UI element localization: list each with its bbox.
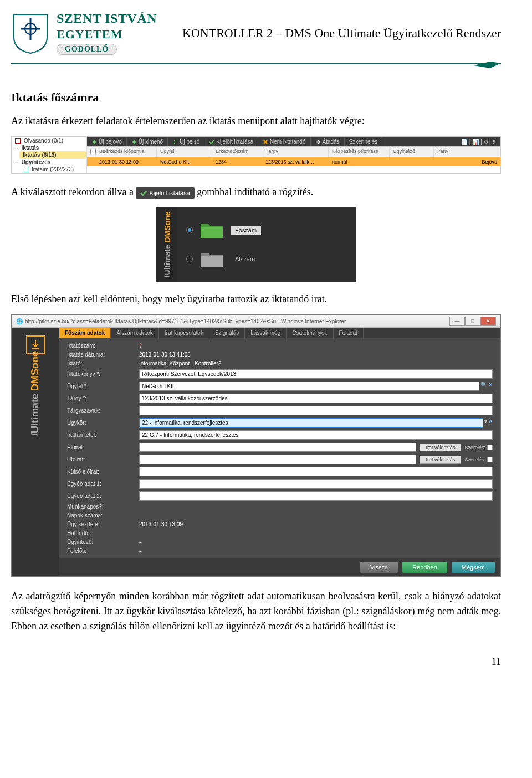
col-irany[interactable]: Irány [434,147,500,157]
option-foszam[interactable]: Főszám [186,221,347,240]
toolbar-kijelolt-iktatasa[interactable]: Kijelölt iktatása [204,137,258,146]
label-foszam: Főszám [231,226,261,235]
doc-icon [23,167,28,172]
clear-icon[interactable]: ✕ [488,382,493,391]
col-ugyfel[interactable]: Ügyfél [157,147,212,157]
input-kulso-eloirat[interactable] [139,467,493,476]
page-header: SZENT ISTVÁN EGYETEM GÖDÖLLŐ KONTROLLER … [11,11,501,55]
btn-vissza[interactable]: Vissza [360,562,398,573]
tab-csatolmanyok[interactable]: Csatolmányok [287,328,333,338]
input-ugykor[interactable] [139,418,483,428]
toolbar-atadas[interactable]: Átadás [311,137,345,146]
lbl-iktatoszam: Iktatószám: [67,343,134,349]
label-alszam: Alszám [231,255,259,263]
toolbar-nem-iktatando[interactable]: Nem iktatandó [258,137,310,146]
maximize-button[interactable]: □ [465,317,480,326]
input-eloirat[interactable] [139,443,416,452]
folder-gray-icon [200,250,224,268]
input-targy[interactable] [139,394,493,403]
btn-eloirat-valasztas[interactable]: Irat választás [420,444,461,451]
lbl-munkanapos: Munkanapos?: [67,504,134,510]
lbl-adat2: Egyéb adat 2: [67,493,134,499]
input-irattari[interactable] [139,430,493,440]
paragraph-1: Az iktatásra érkezett feladatok értelems… [11,114,501,129]
university-location: GÖDÖLLŐ [57,44,117,55]
sidebar-tree: Olvasandó (0/1) – Iktatás Iktatás (6/13)… [12,137,87,173]
val-ugyintezo: - [139,539,493,545]
input-targyszavak[interactable] [139,406,493,415]
close-button[interactable]: ✕ [480,317,496,326]
svg-marker-4 [474,62,501,68]
lbl-adat1: Egyéb adat 1: [67,481,134,487]
tab-alszam-adatok[interactable]: Alszám adatok [111,328,159,338]
input-utoirat[interactable] [139,455,416,464]
lbl-targyszavak: Tárgyszavak: [67,408,134,414]
val-datum: 2013-01-30 13:41:08 [139,352,493,358]
toolbar: Új bejövő Új kimenő Új belső Kijelölt ik… [87,137,500,146]
document-title: KONTROLLER 2 – DMS One Ultimate Ügyiratk… [163,26,501,40]
page-number: 11 [11,656,501,668]
dropdown-icon[interactable]: ▾ [484,418,487,428]
screenshot-foszam-alszam-choice: /Ultimate DMSone Főszám Alszám [156,207,356,282]
col-ugyintezo[interactable]: Ügyintéző [390,147,434,157]
toolbar-szkenneles[interactable]: Szkennelés [345,137,383,146]
clear-icon[interactable]: ✕ [488,418,493,428]
col-kezbesites[interactable]: Kézbesítés prioritása [329,147,390,157]
input-adat1[interactable] [139,479,493,489]
table-row-selected[interactable]: 2013-01-30 13:09 NetGo.hu Kft. 1284 123/… [87,157,500,166]
option-alszam[interactable]: Alszám [186,250,347,268]
toolbar-uj-kimeno[interactable]: Új kimenő [127,137,168,146]
screenshot-foszam-form: 🌐 http://pilot.szie.hu/?class=Feladatok.… [11,314,501,577]
paragraph-2: A kiválasztott rekordon állva a Kijelölt… [11,185,501,200]
paragraph-3: Első lépésben azt kell eldönteni, hogy m… [11,292,501,307]
sidebar-item-ugyintezes[interactable]: – Ügyintézés [12,159,86,166]
lbl-utoirat: Utóirat: [67,456,134,462]
form-tabs: Főszám adatok Alszám adatok Irat kapcsol… [59,328,500,338]
browser-titlebar: 🌐 http://pilot.szie.hu/?class=Feladatok.… [12,315,500,328]
lbl-iktato: Iktató: [67,360,134,367]
col-targy[interactable]: Tárgy [262,147,329,157]
chk-utoirat-szereles[interactable]: Szerelés: [464,457,493,462]
folder-green-icon [200,221,224,240]
lbl-felelos: Felelős: [67,548,134,554]
val-felelos: - [139,548,493,554]
toolbar-uj-belso[interactable]: Új belső [168,137,204,146]
toolbar-extra-icons[interactable]: 📄 | 📊 | ⟲ | a [457,137,500,146]
lbl-ugykor: Ügykör: [67,420,134,426]
col-erkeztetoszam[interactable]: Érkeztetőszám [212,147,262,157]
radio-foszam[interactable] [186,227,193,233]
btn-megsem[interactable]: Mégsem [452,562,495,573]
search-icon[interactable]: 🔍 [480,382,487,391]
lbl-datum: Iktatás dátuma: [67,352,134,358]
header-rule [11,62,501,68]
toolbar-uj-bejovo[interactable]: Új bejövő [87,137,127,146]
screenshot-list-toolbar: Olvasandó (0/1) – Iktatás Iktatás (6/13)… [11,136,501,174]
lbl-ugyintezo: Ügyintéző: [67,539,134,545]
input-iktatokonyv[interactable] [139,369,493,379]
sidebar-item-irataim[interactable]: Irataim (232/273) [19,166,86,173]
tab-foszam-adatok[interactable]: Főszám adatok [59,328,111,338]
table-header: Beérkezés időpontja Ügyfél Érkeztetőszám… [87,146,500,157]
btn-utoirat-valasztas[interactable]: Irat választás [420,456,461,464]
minimize-button[interactable]: — [449,317,465,326]
section-heading: Iktatás főszámra [11,90,501,105]
lbl-kulso-eloirat: Külső előirat: [67,469,134,475]
btn-rendben[interactable]: Rendben [402,562,447,573]
sidebar-item-olvasando[interactable]: Olvasandó (0/1) [12,137,86,144]
radio-alszam[interactable] [186,256,193,262]
chk-eloirat-szereles[interactable]: Szerelés: [464,445,493,450]
lbl-irattari: Irattári tétel: [67,432,134,438]
tab-szignalas[interactable]: Szignálás [209,328,245,338]
university-crest-icon [11,12,50,54]
sidebar-item-iktatas-parent[interactable]: – Iktatás [12,144,86,151]
tab-feladat[interactable]: Feladat [334,328,364,338]
tab-lassak-meg[interactable]: Lássák még [245,328,287,338]
sidebar-item-iktatas[interactable]: Iktatás (6/13) [19,151,86,159]
input-adat2[interactable] [139,491,493,501]
col-checkbox[interactable] [87,147,96,157]
col-beerkezes[interactable]: Beérkezés időpontja [96,147,157,157]
lbl-ugyfel: Ügyfél *: [67,383,134,389]
tab-irat-kapcsolatok[interactable]: Irat kapcsolatok [159,328,209,338]
input-ugyfel[interactable] [139,382,479,391]
lbl-kezdete: Ügy kezdete: [67,521,134,527]
